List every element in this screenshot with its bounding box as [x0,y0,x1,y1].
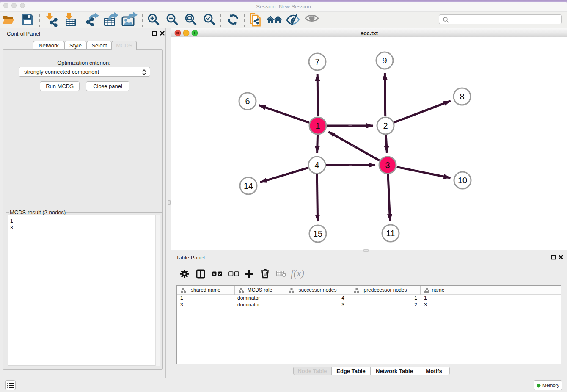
svg-text:14: 14 [244,181,253,190]
svg-text:6: 6 [245,97,250,106]
svg-text:2: 2 [383,121,388,130]
svg-text:8: 8 [460,92,464,101]
svg-text:15: 15 [313,229,322,238]
svg-text:10: 10 [458,176,467,185]
svg-text:1: 1 [315,121,320,130]
svg-text:11: 11 [386,229,395,238]
svg-text:9: 9 [382,56,387,65]
svg-text:4: 4 [314,160,319,170]
svg-text:7: 7 [315,57,319,66]
svg-text:3: 3 [385,160,390,170]
